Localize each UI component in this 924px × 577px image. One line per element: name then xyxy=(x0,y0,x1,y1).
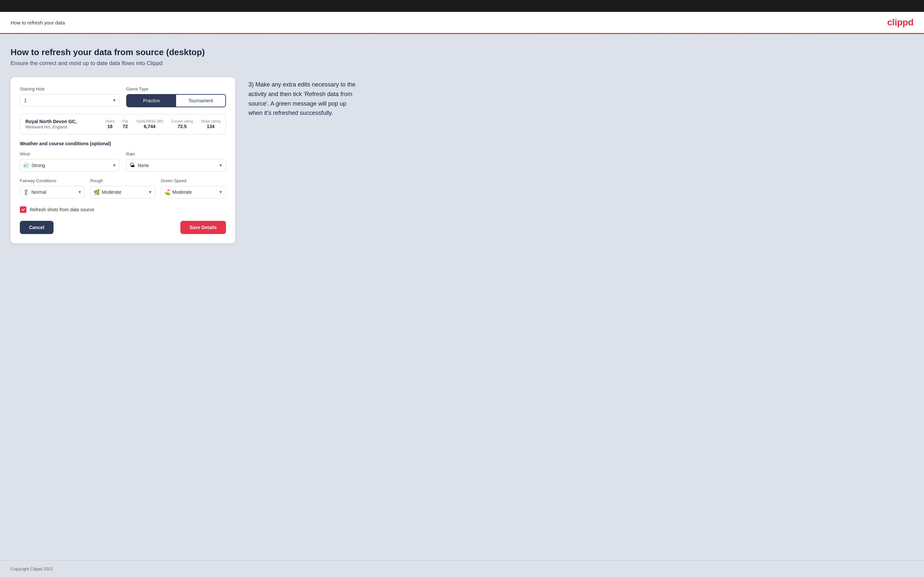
conditions-grid: Fairway Conditions 🏌 Normal Wet Dry ▼ Ro… xyxy=(20,178,226,198)
rough-select[interactable]: Moderate Light Heavy xyxy=(90,186,155,198)
course-location: Westward Ho!, England xyxy=(26,125,77,129)
yards-label: Yards/White (M)) xyxy=(136,119,163,123)
save-button[interactable]: Save Details xyxy=(180,221,226,234)
logo: clippd xyxy=(887,17,913,28)
rain-label: Rain xyxy=(126,152,226,156)
content-area: Starting Hole 1 10 ▼ Game Type Practice … xyxy=(11,77,913,243)
game-type-group: Game Type Practice Tournament xyxy=(126,87,226,107)
cancel-button[interactable]: Cancel xyxy=(20,221,53,234)
green-speed-label: Green Speed xyxy=(161,178,226,183)
footer-text: Copyright Clippd 2022 xyxy=(11,566,53,571)
rain-wrapper: 🌤 None Light Heavy ▼ xyxy=(126,159,226,172)
button-row: Cancel Save Details xyxy=(20,221,226,234)
holes-stat: Holes 18 xyxy=(105,119,115,129)
slope-rating-label: Slope rating xyxy=(201,119,220,123)
game-type-toggle: Practice Tournament xyxy=(126,94,226,107)
page-subheading: Ensure the correct and most up to date d… xyxy=(11,60,913,67)
refresh-checkbox-row: Refresh shots from data source xyxy=(20,206,226,213)
starting-hole-label: Starting Hole xyxy=(20,87,120,92)
top-bar xyxy=(0,0,924,12)
main-card: Starting Hole 1 10 ▼ Game Type Practice … xyxy=(11,77,235,243)
header: How to refresh your data clippd xyxy=(0,12,924,34)
wind-label: Wind xyxy=(20,152,120,156)
par-value: 72 xyxy=(123,124,128,129)
refresh-label: Refresh shots from data source xyxy=(30,207,94,212)
par-stat: Par 72 xyxy=(123,119,128,129)
fairway-label: Fairway Conditions xyxy=(20,178,85,183)
course-name: Royal North Devon GC, xyxy=(26,119,77,124)
yards-stat: Yards/White (M)) 6,744 xyxy=(136,119,163,129)
fairway-select[interactable]: Normal Wet Dry xyxy=(20,186,85,198)
starting-hole-group: Starting Hole 1 10 ▼ xyxy=(20,87,120,107)
weather-section-title: Weather and course conditions (optional) xyxy=(20,141,226,146)
rain-group: Rain 🌤 None Light Heavy ▼ xyxy=(126,152,226,172)
wind-group: Wind 💨 Strong Calm Moderate ▼ xyxy=(20,152,120,172)
wind-rain-row: Wind 💨 Strong Calm Moderate ▼ Rain xyxy=(20,152,226,172)
slope-rating-value: 134 xyxy=(201,124,220,129)
practice-button[interactable]: Practice xyxy=(127,95,176,106)
tournament-button[interactable]: Tournament xyxy=(176,95,225,106)
header-title: How to refresh your data xyxy=(11,20,65,26)
holes-value: 18 xyxy=(105,124,115,129)
course-stats: Holes 18 Par 72 Yards/White (M)) 6,744 C… xyxy=(105,119,220,129)
wind-select[interactable]: Strong Calm Moderate xyxy=(20,159,120,172)
starting-hole-wrapper: 1 10 ▼ xyxy=(20,94,120,106)
info-text: 3) Make any extra edits necessary to the… xyxy=(249,80,361,118)
refresh-checkbox[interactable] xyxy=(20,206,26,213)
fairway-wrapper: 🏌 Normal Wet Dry ▼ xyxy=(20,186,85,198)
rough-label: Rough xyxy=(90,178,155,183)
course-info: Royal North Devon GC, Westward Ho!, Engl… xyxy=(26,119,77,129)
course-rating-label: Course rating xyxy=(171,119,193,123)
holes-label: Holes xyxy=(105,119,115,123)
yards-value: 6,744 xyxy=(136,124,163,129)
course-card: Royal North Devon GC, Westward Ho!, Engl… xyxy=(20,114,226,134)
green-speed-select[interactable]: Moderate Fast Slow xyxy=(161,186,226,198)
info-panel: 3) Make any extra edits necessary to the… xyxy=(249,77,361,118)
top-form-row: Starting Hole 1 10 ▼ Game Type Practice … xyxy=(20,87,226,107)
slope-rating-stat: Slope rating 134 xyxy=(201,119,220,129)
footer: Copyright Clippd 2022 xyxy=(0,560,924,577)
game-type-label: Game Type xyxy=(126,87,226,92)
course-rating-stat: Course rating 72.5 xyxy=(171,119,193,129)
rain-select[interactable]: None Light Heavy xyxy=(126,159,226,172)
course-rating-value: 72.5 xyxy=(171,124,193,129)
par-label: Par xyxy=(123,119,128,123)
green-speed-group: Green Speed ⛳ Moderate Fast Slow ▼ xyxy=(161,178,226,198)
page-heading: How to refresh your data from source (de… xyxy=(11,47,913,58)
starting-hole-select[interactable]: 1 10 xyxy=(20,94,120,106)
rough-group: Rough 🌿 Moderate Light Heavy ▼ xyxy=(90,178,155,198)
wind-wrapper: 💨 Strong Calm Moderate ▼ xyxy=(20,159,120,172)
rough-wrapper: 🌿 Moderate Light Heavy ▼ xyxy=(90,186,155,198)
green-speed-wrapper: ⛳ Moderate Fast Slow ▼ xyxy=(161,186,226,198)
fairway-group: Fairway Conditions 🏌 Normal Wet Dry ▼ xyxy=(20,178,85,198)
main-content: How to refresh your data from source (de… xyxy=(0,34,924,560)
